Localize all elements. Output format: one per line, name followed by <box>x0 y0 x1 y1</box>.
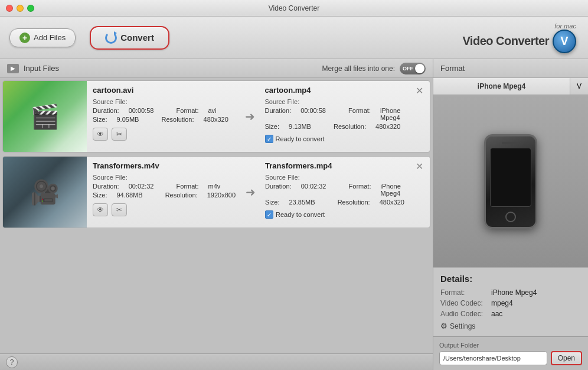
format-detail-value: iPhone Mpeg4 <box>491 288 537 297</box>
window-controls[interactable] <box>6 5 34 12</box>
device-preview <box>433 95 588 267</box>
convert-label: Convert <box>120 33 154 43</box>
brand-logo: V <box>553 30 576 53</box>
source-res: 480x320 <box>204 116 228 123</box>
iphone-speaker <box>502 142 520 144</box>
output-folder-section: Output Folder /Users/tenorshare/Desktop … <box>433 336 588 370</box>
details-section: Details: Format: iPhone Mpeg4 Video Code… <box>433 267 588 336</box>
brand-main: Video Converter V <box>462 30 576 53</box>
settings-label: Settings <box>450 322 475 330</box>
play-icon: ▶ <box>7 64 19 73</box>
iphone-image <box>484 134 537 229</box>
toggle-off-label: OFF <box>403 66 413 72</box>
file-thumbnail: 🎬 <box>3 81 87 152</box>
dest-duration: 00:00:58 <box>300 107 326 121</box>
preview-button[interactable]: 👁 <box>93 128 108 141</box>
source-label: Source File: <box>93 174 236 181</box>
ready-label: Ready to convert <box>276 211 325 218</box>
iphone-screen <box>490 148 531 207</box>
merge-area: Merge all files into one: OFF <box>322 63 426 74</box>
settings-button[interactable]: ✂ <box>112 128 127 141</box>
file-item: 🎥 Transformers.m4v Source File: Duration… <box>2 156 430 228</box>
duration-label: Duration: <box>93 107 119 114</box>
source-duration: 00:02:32 <box>129 183 154 190</box>
file-item-inner: 🎥 Transformers.m4v Source File: Duration… <box>3 157 430 228</box>
video-codec-label: Video Codec: <box>440 299 488 307</box>
output-folder-row: /Users/tenorshare/Desktop Open <box>439 351 582 365</box>
left-panel: ▶ Input Files Merge all files into one: … <box>0 59 433 370</box>
brand-subtitle: for mac <box>554 22 576 30</box>
open-folder-button[interactable]: Open <box>551 351 582 365</box>
settings-button[interactable]: ⚙ Settings <box>440 322 581 330</box>
file-tools: 👁 ✂ <box>93 128 236 141</box>
dest-info: Transformers.mp4 Source File: Duration: … <box>259 157 413 228</box>
dest-format: iPhone Mpeg4 <box>380 107 407 121</box>
close-button[interactable] <box>6 5 13 12</box>
ready-row: ✓ Ready to convert <box>265 135 408 143</box>
ready-checkbox[interactable]: ✓ <box>265 135 273 143</box>
title-bar: Video Converter <box>0 0 588 17</box>
dest-info: cartoon.mp4 Source File: Duration: 00:00… <box>259 81 414 152</box>
format-header: Format <box>433 59 588 78</box>
dest-duration: 00:02:32 <box>301 183 326 197</box>
arrow: ➜ <box>241 81 259 152</box>
convert-button[interactable]: Convert <box>90 26 169 50</box>
source-filename: Transformers.m4v <box>93 161 236 170</box>
file-item: 🎬 cartoon.avi Source File: Duration: 00:… <box>2 80 430 152</box>
format-label: Format: <box>177 107 199 114</box>
source-filename: cartoon.avi <box>93 86 236 95</box>
delete-button[interactable]: ✕ <box>413 160 425 172</box>
format-tabs: iPhone Mpeg4 V <box>433 78 588 95</box>
format-detail-row: Format: iPhone Mpeg4 <box>440 288 581 297</box>
dest-size: 9.13MB <box>289 123 311 130</box>
brand-name: Video Converter <box>462 34 549 48</box>
dest-res: 480x320 <box>375 123 400 130</box>
help-button[interactable]: ? <box>6 356 18 368</box>
preview-button[interactable]: 👁 <box>93 203 108 216</box>
plus-icon: + <box>19 33 30 43</box>
maximize-button[interactable] <box>27 5 34 12</box>
dest-details-duration: Duration: 00:00:58 Format: iPhone Mpeg4 <box>265 107 408 121</box>
bottom-bar: ? <box>0 353 433 370</box>
source-size: 9.05MB <box>116 116 139 123</box>
dest-res: 480x320 <box>380 199 404 206</box>
file-item-inner: 🎬 cartoon.avi Source File: Duration: 00:… <box>3 81 430 152</box>
output-folder-label: Output Folder <box>439 342 582 349</box>
ready-checkbox[interactable]: ✓ <box>265 210 273 219</box>
input-header: ▶ Input Files Merge all files into one: … <box>0 59 433 78</box>
format-tab-iphone[interactable]: iPhone Mpeg4 <box>433 78 570 95</box>
video-codec-value: mpeg4 <box>491 299 513 307</box>
source-format: avi <box>208 107 217 114</box>
dest-details-size: Size: 23.85MB Resolution: 480x320 <box>265 199 407 206</box>
ready-label: Ready to convert <box>276 135 325 142</box>
merge-toggle[interactable]: OFF <box>400 63 426 74</box>
format-tab-label: iPhone Mpeg4 <box>478 82 525 90</box>
dest-size: 23.85MB <box>289 199 315 206</box>
source-duration: 00:00:58 <box>129 107 154 114</box>
source-info: cartoon.avi Source File: Duration: 00:00… <box>87 81 241 152</box>
transformers-thumbnail: 🎥 <box>3 157 87 228</box>
file-thumbnail: 🎥 <box>3 157 87 228</box>
file-tools: 👁 ✂ <box>93 203 236 216</box>
dest-label: Source File: <box>265 98 408 105</box>
convert-icon <box>105 32 117 44</box>
format-tab-v[interactable]: V <box>570 78 588 95</box>
merge-label: Merge all files into one: <box>322 64 395 73</box>
delete-button[interactable]: ✕ <box>413 85 425 96</box>
gear-icon: ⚙ <box>440 322 447 330</box>
format-tab-v-label: V <box>577 82 582 90</box>
source-label: Source File: <box>93 98 236 105</box>
settings-button[interactable]: ✂ <box>112 203 127 216</box>
minimize-button[interactable] <box>17 5 24 12</box>
iphone-home-btn <box>505 212 516 222</box>
audio-codec-row: Audio Codec: aac <box>440 310 581 318</box>
add-files-button[interactable]: + Add Files <box>9 28 76 47</box>
right-panel: Format iPhone Mpeg4 V Details: Format: i… <box>433 59 588 370</box>
dest-details-duration: Duration: 00:02:32 Format: iPhone Mpeg4 <box>265 183 407 197</box>
dest-label: Source File: <box>265 174 407 181</box>
output-path: /Users/tenorshare/Desktop <box>439 351 547 365</box>
cartoon-thumbnail: 🎬 <box>3 81 87 152</box>
audio-codec-value: aac <box>491 310 502 318</box>
details-title: Details: <box>440 274 581 284</box>
res-label: Resolution: <box>162 116 194 123</box>
